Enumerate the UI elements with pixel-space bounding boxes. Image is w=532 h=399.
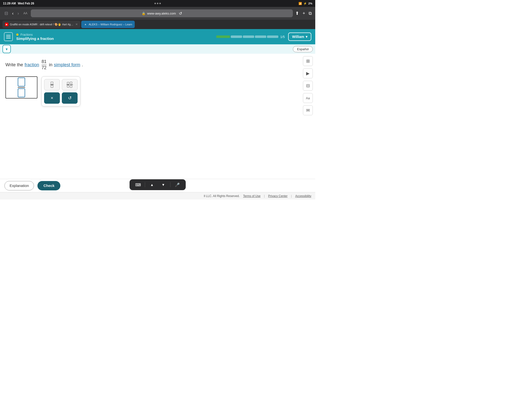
fraction-line <box>18 87 25 88</box>
tab-youtube-close[interactable]: ✕ <box>75 23 78 26</box>
aleks-favicon: A <box>84 23 87 26</box>
keypad-row-1 <box>44 79 78 90</box>
header-subtitle: Simplifying a fraction <box>16 36 213 41</box>
right-sidebar: ⊞ ▶ ⊟ Aa ✉ <box>303 56 313 115</box>
privacy-link[interactable]: Privacy Center <box>268 194 288 198</box>
progress-empty-3 <box>255 35 266 38</box>
answer-input-box[interactable] <box>5 76 37 99</box>
chevron-down-icon: ▾ <box>306 35 307 39</box>
question-area: Write the fraction 81 72 in simplest for… <box>5 59 310 70</box>
kb-divider-2 <box>170 182 170 187</box>
hamburger-icon <box>6 35 11 38</box>
progress-bar <box>216 35 278 38</box>
mail-icon: ✉ <box>306 108 310 113</box>
back-btn[interactable]: ‹ <box>11 10 15 17</box>
status-date: Wed Feb 26 <box>18 2 34 5</box>
hamburger-btn[interactable] <box>4 32 13 41</box>
accessibility-link[interactable]: Accessibility <box>295 194 311 198</box>
collapse-btn[interactable]: ▾ <box>2 45 11 53</box>
refresh-btn[interactable]: ↺ <box>179 11 182 16</box>
keyboard-icon: ⌨ <box>135 183 141 187</box>
forward-btn[interactable]: › <box>17 10 20 17</box>
fraction-icon <box>50 82 54 88</box>
tabs-btn[interactable]: ⧉ <box>309 11 312 16</box>
main-content: Write the fraction 81 72 in simplest for… <box>0 54 315 145</box>
keypad-row-2: × ↺ <box>44 92 78 104</box>
fraction-link[interactable]: fraction <box>25 61 39 68</box>
arrow-up-btn[interactable]: ▲ <box>148 181 156 188</box>
arrow-down-btn[interactable]: ▼ <box>159 181 168 188</box>
progress-area: 1/5 <box>216 35 285 39</box>
undo-btn[interactable]: ↺ <box>62 92 78 104</box>
copyright-text: ll LLC. All Rights Reserved. <box>204 194 240 198</box>
browser-chrome: ⊟ ‹ › AA 🔒 www-awy.aleks.com ↺ ⬆ + ⧉ <box>0 7 315 20</box>
tab-aleks-label: ALEKS – William Rodriguez – Learn <box>89 23 132 26</box>
aleks-header: Fractions Simplifying a fraction 1/5 Wil… <box>0 29 315 44</box>
input-fraction <box>18 78 25 97</box>
keypad: × ↺ <box>41 76 80 106</box>
browser-nav: ⊟ ‹ › <box>3 10 20 17</box>
font-icon: Aa <box>306 96 310 100</box>
explanation-btn[interactable]: Explanation <box>4 181 34 190</box>
wifi-icon: 📶 <box>299 2 302 5</box>
simplest-form-link[interactable]: simplest form <box>54 61 80 68</box>
share-btn[interactable]: ⬆ <box>295 11 299 16</box>
tab-aleks[interactable]: A ALEKS – William Rodriguez – Learn <box>81 21 135 28</box>
numerator-input[interactable] <box>18 78 25 86</box>
mixed-fraction-icon <box>66 82 73 88</box>
check-btn[interactable]: Check <box>37 181 60 190</box>
terms-link[interactable]: Terms of Use <box>243 194 261 198</box>
youtube-favicon: ▶ <box>5 23 8 26</box>
table-icon: ⊟ <box>306 83 310 88</box>
toolbar-row: ▾ Español <box>0 44 315 54</box>
keyboard-toolbar: ⌨ ▲ ▼ 🎤 <box>130 179 186 190</box>
battery-percent: 2% <box>308 2 312 5</box>
fraction-display: 81 72 <box>42 59 47 70</box>
user-menu-btn[interactable]: William ▾ <box>288 33 311 41</box>
clear-btn[interactable]: × <box>44 92 60 104</box>
espanol-btn[interactable]: Español <box>293 46 313 52</box>
status-right: 📶 ⚡ 2% <box>299 2 312 5</box>
mixed-fraction-btn[interactable] <box>62 79 78 90</box>
mail-btn[interactable]: ✉ <box>303 105 313 115</box>
progress-filled <box>216 35 230 38</box>
table-btn[interactable]: ⊟ <box>303 81 313 91</box>
header-title-area: Fractions Simplifying a fraction <box>16 33 213 41</box>
mic-icon: 🎤 <box>175 183 180 187</box>
dot2 <box>157 3 158 4</box>
battery-icon: ⚡ <box>303 2 307 5</box>
progress-text: 1/5 <box>280 35 285 39</box>
status-bar: 11:29 AM Wed Feb 26 📶 ⚡ 2% <box>0 0 315 7</box>
new-tab-btn[interactable]: + <box>302 11 305 16</box>
mic-btn[interactable]: 🎤 <box>173 181 182 188</box>
lock-icon: 🔒 <box>142 12 146 15</box>
dot3 <box>159 3 161 4</box>
calculator-btn[interactable]: ⊞ <box>303 56 313 66</box>
browser-actions: ⬆ + ⧉ <box>295 11 312 16</box>
footer-sep-2: | <box>291 194 292 198</box>
tab-youtube-label: Graffiti en mode ASMR : défi relevé ! 🎨🖐… <box>10 23 74 26</box>
footer-sep-1: | <box>264 194 265 198</box>
font-size-btn[interactable]: Aa <box>303 93 313 103</box>
fraction-btn[interactable] <box>44 79 60 90</box>
progress-empty-4 <box>267 35 278 38</box>
answer-area: × ↺ <box>5 76 310 106</box>
keyboard-icon-btn[interactable]: ⌨ <box>133 181 142 188</box>
dot1 <box>154 3 156 4</box>
chevron-down-icon-btn: ▾ <box>6 47 8 51</box>
address-bar[interactable]: 🔒 www-awy.aleks.com ↺ <box>31 9 293 17</box>
denominator-input[interactable] <box>18 88 25 97</box>
video-btn[interactable]: ▶ <box>303 68 313 78</box>
tab-youtube[interactable]: ▶ Graffiti en mode ASMR : défi relevé ! … <box>2 21 80 28</box>
topic-dot <box>16 33 18 36</box>
status-time: 11:29 AM <box>3 2 16 5</box>
sidebar-toggle-btn[interactable]: ⊟ <box>3 10 9 17</box>
progress-empty-1 <box>231 35 242 38</box>
progress-empty-2 <box>243 35 254 38</box>
calculator-icon: ⊞ <box>306 58 310 64</box>
header-topic: Fractions <box>16 33 213 36</box>
tab-bar: ▶ Graffiti en mode ASMR : défi relevé ! … <box>0 20 315 29</box>
kb-divider-1 <box>145 182 145 187</box>
aa-text[interactable]: AA <box>22 12 28 15</box>
video-icon: ▶ <box>306 71 310 76</box>
